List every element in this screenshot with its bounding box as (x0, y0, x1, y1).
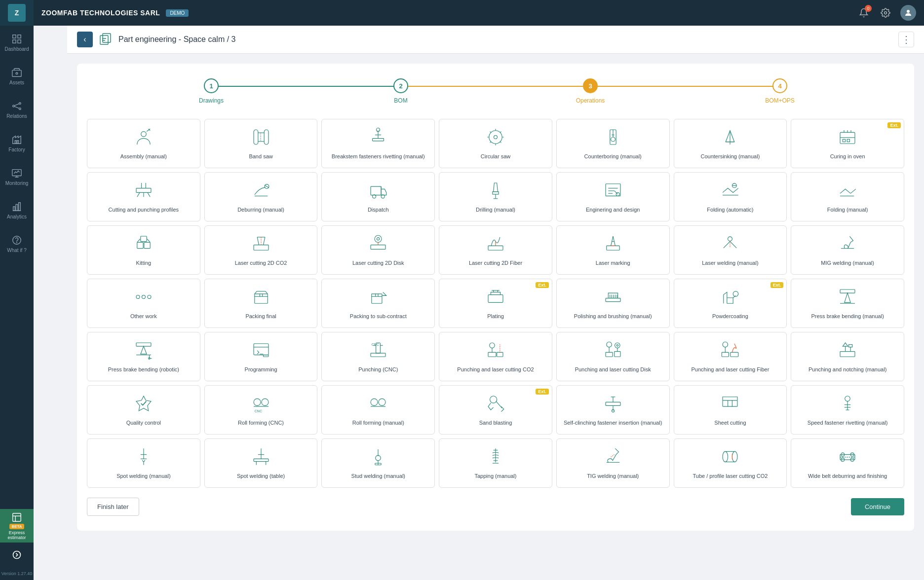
op-card-roll_forming_manual[interactable]: Roll forming (manual) (321, 385, 435, 435)
op-card-packing_final[interactable]: Packing final (204, 279, 318, 328)
more-options-button[interactable]: ⋮ (898, 32, 914, 47)
op-card-punching_laser_fiber[interactable]: Punching and laser cutting Fiber (674, 332, 787, 381)
op-card-laser_marking[interactable]: Laser marking (556, 225, 670, 275)
svg-rect-142 (722, 352, 729, 357)
op-card-curing_oven[interactable]: Curing in ovenExt. (791, 119, 904, 168)
op-card-laser_2d_fiber[interactable]: Laser cutting 2D Fiber (439, 225, 552, 275)
sidebar-arrow-button[interactable] (0, 543, 34, 567)
op-card-punching_cnc[interactable]: CNCPunching (CNC) (321, 332, 435, 381)
op-card-counterboring[interactable]: Counterboring (manual) (556, 119, 670, 168)
op-label-dispatch: Dispatch (368, 206, 389, 213)
notification-icon[interactable]: 0 (857, 6, 871, 20)
back-button[interactable]: ‹ (77, 32, 93, 47)
step-circle-drawings: 1 (204, 78, 219, 93)
op-card-band_saw[interactable]: Band saw (204, 119, 318, 168)
op-card-sheet_cutting[interactable]: Sheet cutting (674, 385, 787, 435)
svg-point-156 (379, 399, 385, 405)
op-label-folding_auto: Folding (automatic) (707, 206, 753, 213)
op-card-tube_profile_laser[interactable]: Tube / profile laser cutting CO2 (674, 438, 787, 488)
op-card-folding_auto[interactable]: Folding (automatic) (674, 172, 787, 221)
sidebar-item-assets[interactable]: Assets (0, 59, 34, 93)
svg-rect-124 (263, 355, 269, 357)
step-bom[interactable]: 2 BOM (306, 78, 496, 104)
op-card-press_brake_bending_manual[interactable]: Press brake bending (manual) (791, 279, 904, 328)
svg-line-78 (850, 189, 856, 193)
op-card-plating[interactable]: PlatingExt. (439, 279, 552, 328)
op-card-punching_notching[interactable]: Punching and notching (manual) (791, 332, 904, 381)
continue-button[interactable]: Continue (851, 498, 904, 515)
op-card-tapping[interactable]: Tapping (manual) (439, 438, 552, 488)
op-card-laser_welding[interactable]: Laser welding (manual) (674, 225, 787, 275)
op-card-countersinking[interactable]: Countersinking (manual) (674, 119, 787, 168)
step-label-bom: BOM (394, 97, 407, 104)
op-card-deburring[interactable]: Deburring (manual) (204, 172, 318, 221)
op-card-packing_subcontract[interactable]: Packing to sub-contract (321, 279, 435, 328)
sidebar-bottom: BETA Express estimator Version 1.27.40 (0, 509, 34, 580)
op-icon-stud_welding (366, 445, 390, 469)
step-label-operations: Operations (576, 97, 605, 104)
op-card-spot_welding_table[interactable]: Spot welding (table) (204, 438, 318, 488)
sidebar-item-relations[interactable]: Relations (0, 93, 34, 126)
sidebar-item-label: Assets (9, 80, 24, 85)
svg-rect-62 (371, 186, 381, 195)
op-icon-engineering_design (601, 179, 625, 202)
op-card-folding_manual[interactable]: Folding (manual) (791, 172, 904, 221)
op-card-breakstem_fasteners[interactable]: Breakstem fasteners rivetting (manual) (321, 119, 435, 168)
svg-rect-81 (141, 236, 147, 242)
sidebar-item-factory[interactable]: Factory (0, 126, 34, 160)
op-card-dispatch[interactable]: Dispatch (321, 172, 435, 221)
finish-later-button[interactable]: Finish later (87, 498, 139, 516)
op-card-stud_welding[interactable]: Stud welding (manual) (321, 438, 435, 488)
op-card-laser_2d_co2[interactable]: Laser cutting 2D CO2 (204, 225, 318, 275)
op-label-countersinking: Countersinking (manual) (701, 153, 760, 160)
op-card-speed_fastener[interactable]: Speed fastener rivetting (manual) (791, 385, 904, 435)
op-icon-sand_blasting (484, 392, 507, 415)
svg-rect-80 (144, 242, 150, 248)
op-label-spot_welding_table: Spot welding (table) (237, 472, 285, 479)
step-drawings[interactable]: 1 Drawings (116, 78, 306, 104)
op-card-wide_belt_deburring[interactable]: Wide belt deburring and finishing (791, 438, 904, 488)
sidebar-item-whatif[interactable]: What if ? (0, 227, 34, 260)
svg-marker-115 (845, 293, 850, 302)
user-avatar[interactable] (900, 5, 916, 21)
op-card-programming[interactable]: Programming (204, 332, 318, 381)
op-card-cutting_punching_profiles[interactable]: Cutting and punching profiles (87, 172, 200, 221)
op-label-circular_saw: Circular saw (481, 153, 511, 160)
sidebar-item-express-estimator[interactable]: BETA Express estimator (0, 509, 34, 543)
op-card-self_clinching[interactable]: Self-clinching fastener insertion (manua… (556, 385, 670, 435)
op-icon-spot_welding_table (249, 445, 273, 469)
op-card-mig_welding[interactable]: MIG welding (manual) (791, 225, 904, 275)
step-bom-ops[interactable]: 4 BOM+OPS (685, 78, 875, 104)
op-card-press_brake_bending_robotic[interactable]: Press brake bending (robotic) (87, 332, 200, 381)
op-card-punching_laser_co2[interactable]: Punching and laser cutting CO2 (439, 332, 552, 381)
op-card-drilling[interactable]: Drilling (manual) (439, 172, 552, 221)
op-card-punching_laser_disk[interactable]: Punching and laser cutting Disk (556, 332, 670, 381)
op-card-quality_control[interactable]: Quality control (87, 385, 200, 435)
op-card-roll_forming_cnc[interactable]: CNCRoll forming (CNC) (204, 385, 318, 435)
op-card-circular_saw[interactable]: Circular saw (439, 119, 552, 168)
op-card-laser_2d_disk[interactable]: Laser cutting 2D Disk (321, 225, 435, 275)
sidebar-item-analytics[interactable]: Analytics (0, 193, 34, 227)
op-card-other_work[interactable]: Other work (87, 279, 200, 328)
op-card-kitting[interactable]: Kitting (87, 225, 200, 275)
op-card-assembly_manual[interactable]: Assembly (manual) (87, 119, 200, 168)
op-card-powdercoating[interactable]: PowdercoatingExt. (674, 279, 787, 328)
svg-point-27 (907, 10, 910, 13)
step-operations[interactable]: 3 Operations (496, 78, 685, 104)
op-card-engineering_design[interactable]: Enginering and design (556, 172, 670, 221)
svg-marker-148 (843, 343, 848, 346)
express-estimator-label: Express estimator (0, 530, 34, 540)
op-label-laser_2d_co2: Laser cutting 2D CO2 (235, 259, 287, 266)
wizard-card: 1 Drawings 2 BOM 3 Operations 4 BOM+OPS (77, 64, 914, 531)
op-card-polishing_brushing[interactable]: Polishing and brushing (manual) (556, 279, 670, 328)
op-icon-punching_laser_co2 (484, 338, 507, 362)
op-label-folding_manual: Folding (manual) (827, 206, 868, 213)
op-icon-punching_cnc: CNC (366, 338, 390, 362)
sidebar-item-monitoring[interactable]: Monitoring (0, 160, 34, 193)
svg-point-7 (19, 102, 21, 104)
op-card-spot_welding_manual[interactable]: Spot welding (manual) (87, 438, 200, 488)
settings-icon[interactable] (879, 6, 892, 20)
op-card-sand_blasting[interactable]: Sand blastingExt. (439, 385, 552, 435)
sidebar-item-dashboard[interactable]: Dashboard (0, 26, 34, 59)
op-card-tig_welding[interactable]: TIG welding (manual) (556, 438, 670, 488)
